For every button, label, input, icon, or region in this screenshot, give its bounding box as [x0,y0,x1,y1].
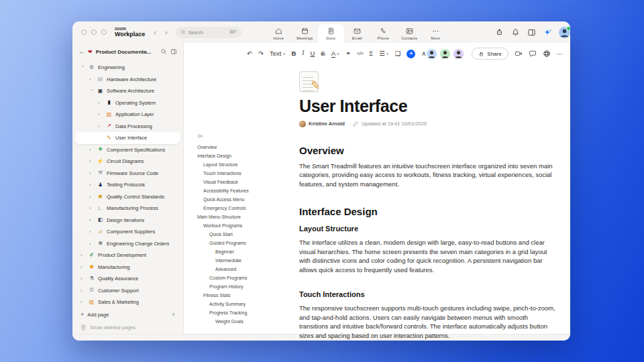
tree-chevron-icon[interactable]: › [89,76,94,82]
tree-chevron-icon[interactable]: › [80,252,85,258]
redo-icon[interactable]: ↷ [258,50,264,57]
tree-chevron-icon[interactable]: › [89,170,94,176]
outline-item[interactable]: Program History [196,282,295,291]
outline-item[interactable]: Activity Summary [196,300,295,308]
outline-item[interactable]: Quick Access Menu [196,195,295,204]
tab-contacts[interactable]: Contacts [396,24,423,43]
tree-chevron-icon[interactable]: › [89,241,94,247]
tab-docs[interactable]: Docs [318,24,344,43]
outline-item[interactable]: Advanced [196,265,295,274]
tree-chevron-icon[interactable]: › [98,111,103,117]
sidebar-item[interactable]: ›⚗Quality Assurance [75,273,180,285]
doc-paragraph[interactable]: The responsive touchscreen supports mult… [299,304,555,340]
sidebar-item[interactable]: ›▤Hardware Architecture [75,74,180,86]
outline-item[interactable]: Workout Programs [196,221,295,230]
tree-chevron-icon[interactable]: › [89,182,94,188]
doc-paragraph[interactable]: The interface utilizes a clean, modern d… [299,238,555,274]
outline-item[interactable]: Custom Programs [196,274,295,282]
outline-item[interactable]: Visual Feedback [196,178,295,186]
tree-chevron-icon[interactable]: › [89,194,94,200]
sidebar-item[interactable]: ›❖Component Specifications [75,144,180,156]
tree-chevron-icon[interactable]: › [80,66,86,70]
doc-heading[interactable]: Touch Interactions [299,290,555,298]
sidebar-item[interactable]: ›∟Manufacturing Process [75,202,180,215]
outline-item[interactable]: Main Menu Structure [196,213,295,221]
more-options-icon[interactable]: ⋯ [557,50,564,58]
sidebar-item[interactable]: ›⊕Engineering Change Orders [75,238,180,250]
side-panel-icon[interactable] [527,28,536,37]
ai-companion-sparkle-icon[interactable] [543,28,552,37]
sidebar-item[interactable]: ›⚡Circuit Diagrams [75,156,180,168]
tab-meetings[interactable]: Meetings [292,24,318,43]
sidebar-item[interactable]: ›▥Sales & Marketing [75,296,180,308]
outline-item[interactable]: Beginner [196,247,295,256]
tree-chevron-icon[interactable]: › [89,217,94,223]
tab-more[interactable]: More [423,24,449,43]
sidebar-panel-icon[interactable] [170,48,177,55]
sidebar-item[interactable]: ›▨Application Layer [75,109,180,121]
outline-item[interactable]: Interface Design [196,152,295,160]
doc-paragraph[interactable]: The Smart Treadmill features an intuitiv… [299,162,555,189]
tree-chevron-icon[interactable]: › [80,299,85,305]
sidebar-item[interactable]: ›▮Operating System [75,97,180,109]
global-search-input[interactable]: Search ⌘F [176,27,241,38]
tree-chevron-icon[interactable]: › [89,147,94,153]
sidebar-item[interactable]: ›▱Component Suppliers [75,226,180,238]
tree-chevron-icon[interactable]: › [89,229,94,235]
outline-item[interactable]: Progress Tracking [196,308,295,317]
add-page-chevron-icon[interactable]: ∨ [172,312,175,317]
sidebar-item[interactable]: ›◧Design Iterations [75,215,180,227]
nav-forward-icon[interactable]: › [165,28,168,36]
sidebar-item[interactable]: ›◉Quality Control Standards [75,191,180,203]
maximize-window-button[interactable] [101,29,107,35]
tree-chevron-icon[interactable]: › [89,205,94,211]
tab-home[interactable]: Home [266,24,292,43]
add-page-button[interactable]: + Add page ∨ [72,308,183,320]
tree-chevron-icon[interactable]: › [89,158,94,164]
outline-item[interactable]: Intermediate [196,256,295,265]
sidebar-search-icon[interactable] [160,48,167,55]
tree-chevron-icon[interactable]: › [89,89,95,94]
doc-heading[interactable]: Overview [299,145,555,156]
sidebar-item[interactable]: ›✐Product Development [75,249,180,261]
sidebar-item[interactable]: ›♟Testing Protocols [75,179,180,191]
notifications-bell-icon[interactable] [511,28,520,37]
doc-heading[interactable]: Layout Structure [299,225,555,233]
back-arrow-icon[interactable]: ← [78,48,85,55]
outline-item[interactable]: Accessibility Features [196,186,295,195]
outline-item[interactable]: Guided Programs [196,239,295,247]
tree-chevron-icon[interactable]: › [98,123,103,129]
sidebar-item[interactable]: ›⚙Engineering [75,62,180,74]
minimize-window-button[interactable] [91,29,97,35]
sidebar-item[interactable]: ›↗Data Processing [75,121,180,133]
bold-icon[interactable]: B [291,50,296,57]
sidebar-item[interactable]: ›✆Customer Support [75,285,180,297]
user-avatar[interactable] [559,27,570,38]
outline-item[interactable]: Quick Start [196,230,295,239]
outline-item[interactable]: Layout Structure [196,160,295,169]
sidebar-item[interactable]: ›⚒Firmware Source Code [75,168,180,180]
doc-heading[interactable]: Interface Design [299,206,555,217]
memo-page-emoji[interactable]: ✎ [299,71,319,92]
text-style-select[interactable]: Text∨ [270,50,285,57]
outline-item[interactable]: Touch Interactions [196,169,295,178]
sidebar-item[interactable]: ✎User Interface [75,132,180,144]
outline-item[interactable]: Fitness Stats [196,291,295,300]
collapse-outline-icon[interactable] [197,133,204,139]
assistant-icon[interactable] [495,28,504,37]
close-window-button[interactable] [81,29,87,35]
tab-phone[interactable]: Phone [370,24,396,43]
outline-item[interactable]: Weight Goals [196,317,295,326]
sidebar-item[interactable]: ›◆Manufacturing [75,261,180,274]
tree-chevron-icon[interactable]: › [80,276,85,282]
sidebar-item[interactable]: ›▣Software Architecture [75,85,180,97]
outline-item[interactable]: Emergency Controls [196,204,295,213]
show-deleted-pages-button[interactable]: Show deleted pages [72,320,183,334]
doc-title[interactable]: User Interface [299,97,555,116]
tab-email[interactable]: Email [344,24,370,43]
outline-item[interactable]: Overview [196,143,295,152]
undo-icon[interactable]: ↶ [247,50,252,57]
tree-chevron-icon[interactable]: › [80,264,85,270]
tree-chevron-icon[interactable]: › [98,100,103,106]
tree-chevron-icon[interactable]: › [80,288,85,294]
